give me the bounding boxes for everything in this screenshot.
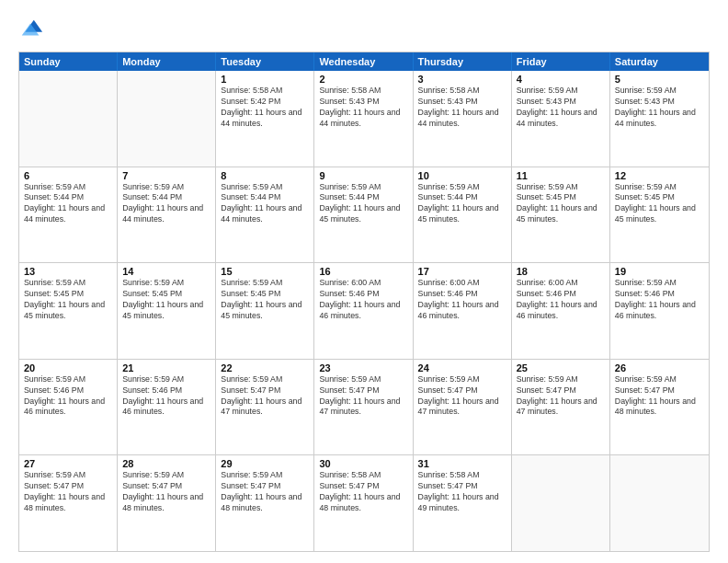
calendar-cell: 24Sunrise: 5:59 AM Sunset: 5:47 PM Dayli…	[414, 360, 512, 455]
logo-icon	[18, 17, 44, 42]
day-number: 31	[418, 458, 506, 469]
calendar-cell: 18Sunrise: 6:00 AM Sunset: 5:46 PM Dayli…	[512, 263, 610, 359]
calendar-cell: 7Sunrise: 5:59 AM Sunset: 5:44 PM Daylig…	[118, 167, 216, 263]
cell-info: Sunrise: 5:59 AM Sunset: 5:47 PM Dayligh…	[122, 470, 210, 514]
calendar-row-5: 27Sunrise: 5:59 AM Sunset: 5:47 PM Dayli…	[19, 454, 709, 551]
cell-info: Sunrise: 5:59 AM Sunset: 5:45 PM Dayligh…	[615, 182, 704, 226]
cell-info: Sunrise: 5:59 AM Sunset: 5:46 PM Dayligh…	[24, 374, 112, 419]
day-number: 14	[122, 266, 210, 277]
cell-info: Sunrise: 5:59 AM Sunset: 5:43 PM Dayligh…	[517, 86, 605, 130]
calendar-header: SundayMondayTuesdayWednesdayThursdayFrid…	[19, 52, 709, 71]
cell-info: Sunrise: 5:59 AM Sunset: 5:44 PM Dayligh…	[221, 182, 309, 226]
cell-info: Sunrise: 6:00 AM Sunset: 5:46 PM Dayligh…	[319, 278, 407, 322]
calendar-cell	[610, 455, 709, 551]
day-number: 18	[517, 266, 605, 277]
day-number: 4	[517, 74, 605, 85]
cell-info: Sunrise: 5:59 AM Sunset: 5:45 PM Dayligh…	[517, 182, 605, 226]
calendar-cell: 10Sunrise: 5:59 AM Sunset: 5:44 PM Dayli…	[414, 167, 512, 263]
day-number: 29	[221, 458, 309, 469]
calendar: SundayMondayTuesdayWednesdayThursdayFrid…	[18, 52, 710, 552]
day-number: 9	[319, 170, 407, 181]
day-number: 26	[615, 362, 704, 373]
cell-info: Sunrise: 5:59 AM Sunset: 5:43 PM Dayligh…	[615, 86, 704, 130]
calendar-cell: 13Sunrise: 5:59 AM Sunset: 5:45 PM Dayli…	[19, 263, 118, 359]
day-number: 5	[615, 74, 704, 85]
day-number: 11	[517, 170, 605, 181]
cell-info: Sunrise: 5:59 AM Sunset: 5:47 PM Dayligh…	[221, 470, 309, 514]
cell-info: Sunrise: 5:59 AM Sunset: 5:47 PM Dayligh…	[24, 470, 112, 514]
day-number: 7	[122, 170, 210, 181]
calendar-row-4: 20Sunrise: 5:59 AM Sunset: 5:46 PM Dayli…	[19, 359, 709, 455]
calendar-cell	[512, 455, 610, 551]
day-number: 19	[615, 266, 704, 277]
calendar-row-3: 13Sunrise: 5:59 AM Sunset: 5:45 PM Dayli…	[19, 262, 709, 359]
calendar-cell: 29Sunrise: 5:59 AM Sunset: 5:47 PM Dayli…	[216, 455, 314, 551]
day-number: 24	[418, 362, 506, 373]
cell-info: Sunrise: 5:59 AM Sunset: 5:44 PM Dayligh…	[418, 182, 506, 226]
cell-info: Sunrise: 5:59 AM Sunset: 5:45 PM Dayligh…	[122, 278, 210, 322]
day-number: 12	[615, 170, 704, 181]
calendar-cell: 20Sunrise: 5:59 AM Sunset: 5:46 PM Dayli…	[19, 360, 118, 455]
calendar-cell: 1Sunrise: 5:58 AM Sunset: 5:42 PM Daylig…	[216, 71, 314, 167]
header-day-friday: Friday	[512, 52, 610, 71]
day-number: 10	[418, 170, 506, 181]
calendar-cell: 30Sunrise: 5:58 AM Sunset: 5:47 PM Dayli…	[314, 455, 413, 551]
cell-info: Sunrise: 5:59 AM Sunset: 5:45 PM Dayligh…	[221, 278, 309, 322]
calendar-cell: 14Sunrise: 5:59 AM Sunset: 5:45 PM Dayli…	[118, 263, 216, 359]
calendar-cell: 15Sunrise: 5:59 AM Sunset: 5:45 PM Dayli…	[216, 263, 314, 359]
calendar-cell: 2Sunrise: 5:58 AM Sunset: 5:43 PM Daylig…	[314, 71, 413, 167]
calendar-cell: 27Sunrise: 5:59 AM Sunset: 5:47 PM Dayli…	[19, 455, 118, 551]
calendar-cell: 19Sunrise: 5:59 AM Sunset: 5:46 PM Dayli…	[610, 263, 709, 359]
calendar-cell: 8Sunrise: 5:59 AM Sunset: 5:44 PM Daylig…	[216, 167, 314, 263]
calendar-cell: 11Sunrise: 5:59 AM Sunset: 5:45 PM Dayli…	[512, 167, 610, 263]
day-number: 27	[24, 458, 112, 469]
calendar-cell: 23Sunrise: 5:59 AM Sunset: 5:47 PM Dayli…	[314, 360, 413, 455]
calendar-cell: 12Sunrise: 5:59 AM Sunset: 5:45 PM Dayli…	[610, 167, 709, 263]
cell-info: Sunrise: 5:59 AM Sunset: 5:44 PM Dayligh…	[122, 182, 210, 226]
calendar-cell: 17Sunrise: 6:00 AM Sunset: 5:46 PM Dayli…	[414, 263, 512, 359]
calendar-cell: 26Sunrise: 5:59 AM Sunset: 5:47 PM Dayli…	[610, 360, 709, 455]
day-number: 21	[122, 362, 210, 373]
calendar-cell: 16Sunrise: 6:00 AM Sunset: 5:46 PM Dayli…	[314, 263, 413, 359]
cell-info: Sunrise: 5:59 AM Sunset: 5:44 PM Dayligh…	[319, 182, 407, 226]
calendar-cell: 6Sunrise: 5:59 AM Sunset: 5:44 PM Daylig…	[19, 167, 118, 263]
cell-info: Sunrise: 5:58 AM Sunset: 5:43 PM Dayligh…	[319, 86, 407, 130]
header-day-tuesday: Tuesday	[216, 52, 314, 71]
calendar-row-2: 6Sunrise: 5:59 AM Sunset: 5:44 PM Daylig…	[19, 167, 709, 263]
page: SundayMondayTuesdayWednesdayThursdayFrid…	[0, 0, 728, 563]
day-number: 15	[221, 266, 309, 277]
cell-info: Sunrise: 5:59 AM Sunset: 5:47 PM Dayligh…	[418, 374, 506, 419]
header-day-saturday: Saturday	[610, 52, 709, 71]
cell-info: Sunrise: 5:59 AM Sunset: 5:47 PM Dayligh…	[221, 374, 309, 419]
header-day-thursday: Thursday	[414, 52, 512, 71]
day-number: 8	[221, 170, 309, 181]
day-number: 2	[319, 74, 407, 85]
cell-info: Sunrise: 5:58 AM Sunset: 5:43 PM Dayligh…	[418, 86, 506, 130]
cell-info: Sunrise: 5:59 AM Sunset: 5:45 PM Dayligh…	[24, 278, 112, 322]
calendar-cell	[118, 71, 216, 167]
calendar-cell: 9Sunrise: 5:59 AM Sunset: 5:44 PM Daylig…	[314, 167, 413, 263]
day-number: 16	[319, 266, 407, 277]
day-number: 23	[319, 362, 407, 373]
logo	[18, 17, 48, 42]
day-number: 1	[221, 74, 309, 85]
day-number: 13	[24, 266, 112, 277]
day-number: 17	[418, 266, 506, 277]
cell-info: Sunrise: 5:59 AM Sunset: 5:47 PM Dayligh…	[319, 374, 407, 419]
cell-info: Sunrise: 5:59 AM Sunset: 5:46 PM Dayligh…	[122, 374, 210, 419]
calendar-cell: 5Sunrise: 5:59 AM Sunset: 5:43 PM Daylig…	[610, 71, 709, 167]
cell-info: Sunrise: 5:58 AM Sunset: 5:42 PM Dayligh…	[221, 86, 309, 130]
day-number: 3	[418, 74, 506, 85]
day-number: 6	[24, 170, 112, 181]
header-day-wednesday: Wednesday	[314, 52, 413, 71]
day-number: 20	[24, 362, 112, 373]
calendar-body: 1Sunrise: 5:58 AM Sunset: 5:42 PM Daylig…	[19, 71, 709, 551]
calendar-cell: 4Sunrise: 5:59 AM Sunset: 5:43 PM Daylig…	[512, 71, 610, 167]
cell-info: Sunrise: 6:00 AM Sunset: 5:46 PM Dayligh…	[517, 278, 605, 322]
calendar-cell: 31Sunrise: 5:58 AM Sunset: 5:47 PM Dayli…	[414, 455, 512, 551]
calendar-cell: 22Sunrise: 5:59 AM Sunset: 5:47 PM Dayli…	[216, 360, 314, 455]
calendar-cell: 21Sunrise: 5:59 AM Sunset: 5:46 PM Dayli…	[118, 360, 216, 455]
day-number: 28	[122, 458, 210, 469]
cell-info: Sunrise: 5:59 AM Sunset: 5:44 PM Dayligh…	[24, 182, 112, 226]
calendar-cell: 25Sunrise: 5:59 AM Sunset: 5:47 PM Dayli…	[512, 360, 610, 455]
